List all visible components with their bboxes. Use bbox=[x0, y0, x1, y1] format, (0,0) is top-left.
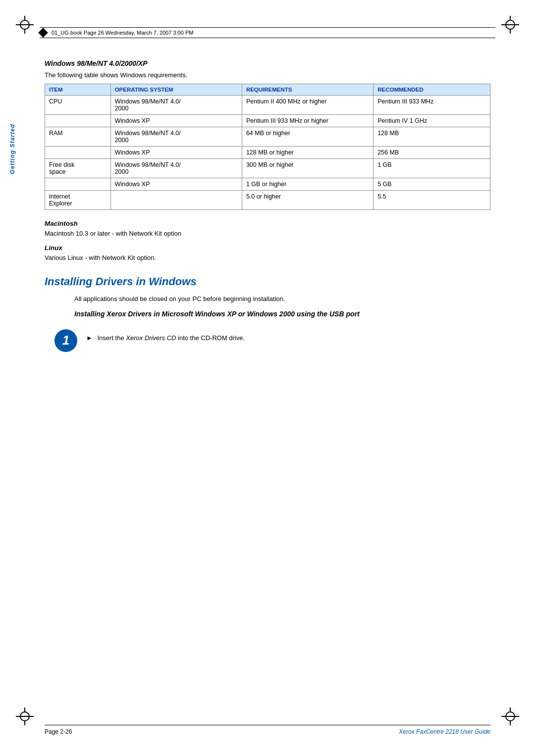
corner-mark-tl bbox=[15, 15, 35, 35]
corner-mark-tr bbox=[500, 15, 520, 35]
step-1-text-after: into the CD-ROM drive. bbox=[176, 334, 245, 342]
step-1-text-italic: Xerox Drivers CD bbox=[126, 334, 176, 342]
table-cell-item: RAM bbox=[45, 127, 111, 147]
table-cell-req: Pentium III 933 MHz or higher bbox=[242, 115, 373, 127]
table-cell-rec: 5 GB bbox=[374, 178, 490, 191]
header-text: 01_UG.book Page 26 Wednesday, March 7, 2… bbox=[52, 30, 193, 36]
table-cell-rec: 256 MB bbox=[374, 147, 490, 159]
table-row: Windows XP 128 MB or higher 256 MB bbox=[45, 147, 490, 159]
table-cell-req: 5.0 or higher bbox=[242, 191, 373, 210]
footer-page-number: Page 2-26 bbox=[45, 728, 72, 735]
arrow-icon: ► bbox=[86, 334, 93, 342]
table-row: RAM Windows 98/Me/NT 4.0/2000 64 MB or h… bbox=[45, 127, 490, 147]
table-cell-rec: Pentium IV 1 GHz bbox=[374, 115, 490, 127]
header-bar: 01_UG.book Page 26 Wednesday, March 7, 2… bbox=[40, 27, 495, 38]
step-1-number: 1 bbox=[62, 333, 69, 348]
col-header-item: ITEM bbox=[45, 84, 111, 96]
macintosh-heading: Macintosh bbox=[45, 220, 490, 227]
table-cell-rec: Pentium III 933 MHz bbox=[374, 96, 490, 115]
footer: Page 2-26 Xerox FaxCentre 2218 User Guid… bbox=[45, 725, 490, 735]
linux-heading: Linux bbox=[45, 244, 490, 252]
table-cell-item: Free diskspace bbox=[45, 159, 111, 178]
macintosh-section: Macintosh Macintosh 10.3 or later - with… bbox=[45, 220, 490, 237]
requirements-table: ITEM OPERATING SYSTEM REQUIREMENTS RECOM… bbox=[45, 84, 490, 210]
table-cell-req: 300 MB or higher bbox=[242, 159, 373, 178]
page-container: 01_UG.book Page 26 Wednesday, March 7, 2… bbox=[0, 0, 535, 756]
installing-heading: Installing Drivers in Windows bbox=[45, 275, 490, 288]
table-row: InternetExplorer 5.0 or higher 5.5 bbox=[45, 191, 490, 210]
table-row: Free diskspace Windows 98/Me/NT 4.0/2000… bbox=[45, 159, 490, 178]
table-cell-req: 64 MB or higher bbox=[242, 127, 373, 147]
macintosh-text: Macintosh 10.3 or later - with Network K… bbox=[45, 230, 490, 237]
table-cell-item bbox=[45, 147, 111, 159]
step-1-circle: 1 bbox=[54, 329, 77, 352]
table-cell-req: 128 MB or higher bbox=[242, 147, 373, 159]
step-1-container: 1 ► Insert the Xerox Drivers CD into the… bbox=[54, 328, 490, 352]
table-cell-os: Windows 98/Me/NT 4.0/2000 bbox=[110, 96, 242, 115]
table-row: CPU Windows 98/Me/NT 4.0/2000 Pentium II… bbox=[45, 96, 490, 115]
header-diamond bbox=[38, 28, 48, 38]
table-cell-rec: 1 GB bbox=[374, 159, 490, 178]
windows-heading: Windows 98/Me/NT 4.0/2000/XP bbox=[45, 59, 490, 67]
table-row: Windows XP Pentium III 933 MHz or higher… bbox=[45, 115, 490, 127]
table-cell-os: Windows 98/Me/NT 4.0/2000 bbox=[110, 127, 242, 147]
table-cell-rec: 128 MB bbox=[374, 127, 490, 147]
table-cell-item: InternetExplorer bbox=[45, 191, 111, 210]
windows-intro: The following table shows Windows requir… bbox=[45, 71, 490, 79]
corner-mark-br bbox=[500, 706, 520, 726]
step-1-text-before: Insert the bbox=[98, 334, 126, 342]
installing-intro: All applications should be closed on you… bbox=[74, 295, 490, 302]
linux-section: Linux Various Linux - with Network Kit o… bbox=[45, 244, 490, 261]
linux-text: Various Linux - with Network Kit option. bbox=[45, 254, 490, 261]
corner-mark-bl bbox=[15, 706, 35, 726]
footer-product-name: Xerox FaxCentre 2218 User Guide bbox=[399, 728, 490, 735]
table-cell-item bbox=[45, 115, 111, 127]
table-cell-item bbox=[45, 178, 111, 191]
table-cell-req: 1 GB or higher bbox=[242, 178, 373, 191]
col-header-rec: RECOMMENDED bbox=[374, 84, 490, 96]
main-content: Windows 98/Me/NT 4.0/2000/XP The followi… bbox=[45, 50, 490, 711]
table-row: Windows XP 1 GB or higher 5 GB bbox=[45, 178, 490, 191]
col-header-os: OPERATING SYSTEM bbox=[110, 84, 242, 96]
table-cell-os bbox=[110, 191, 242, 210]
step-1-text: ► Insert the Xerox Drivers CD into the C… bbox=[86, 328, 245, 343]
usb-sub-heading: Installing Xerox Drivers in Microsoft Wi… bbox=[74, 309, 490, 319]
table-cell-os: Windows XP bbox=[110, 147, 242, 159]
side-tab: Getting Started bbox=[9, 124, 16, 174]
col-header-req: REQUIREMENTS bbox=[242, 84, 373, 96]
table-cell-os: Windows 98/Me/NT 4.0/2000 bbox=[110, 159, 242, 178]
table-cell-os: Windows XP bbox=[110, 178, 242, 191]
table-cell-req: Pentium II 400 MHz or higher bbox=[242, 96, 373, 115]
table-cell-item: CPU bbox=[45, 96, 111, 115]
table-cell-os: Windows XP bbox=[110, 115, 242, 127]
table-cell-rec: 5.5 bbox=[374, 191, 490, 210]
